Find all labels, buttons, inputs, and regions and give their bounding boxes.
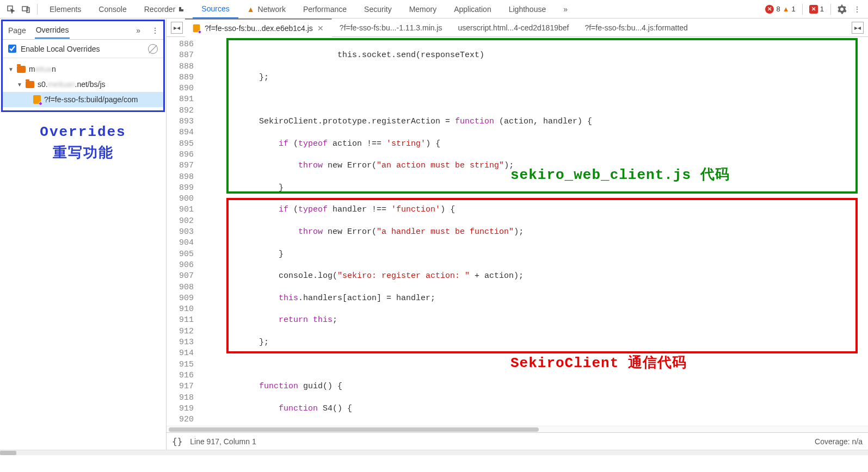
settings-icon[interactable] <box>834 2 849 17</box>
close-tab-icon[interactable]: ✕ <box>317 24 324 33</box>
pretty-print-icon[interactable]: {} <box>172 436 182 446</box>
file-tab-3[interactable]: ?f=fe-sso-fs:bu...4.js:formatted <box>577 18 695 37</box>
code-editor[interactable]: 8868878888898908918928938948958968978988… <box>167 37 868 426</box>
editor-file-tabs: ▸◂ ?f=fe-sso-fs:bu...dex.e6eb1c4.js ✕ ?f… <box>167 18 868 37</box>
code-content[interactable]: this.socket.send(responseText) }; Sekiro… <box>200 37 868 426</box>
js-file-icon <box>193 24 200 32</box>
toggle-debugger-pane-icon[interactable]: ▸◂ <box>852 22 864 34</box>
tab-application[interactable]: Application <box>445 0 500 18</box>
file-tab-0[interactable]: ?f=fe-sso-fs:bu...dex.e6eb1c4.js ✕ <box>185 18 332 37</box>
tab-elements[interactable]: Elements <box>41 0 90 18</box>
folder-icon <box>17 66 26 73</box>
tab-sources[interactable]: Sources <box>193 0 238 18</box>
window-horizontal-scrollbar[interactable] <box>0 450 868 455</box>
separator <box>802 4 803 15</box>
cursor-position: Line 917, Column 1 <box>190 437 256 446</box>
device-toggle-icon[interactable] <box>19 2 34 17</box>
main-split: Page Overrides » ⋮ Enable Local Override… <box>0 18 868 450</box>
override-dot-icon <box>198 30 201 33</box>
separator <box>37 4 38 15</box>
overrides-highlight-box: Page Overrides » ⋮ Enable Local Override… <box>1 20 165 112</box>
clear-overrides-icon[interactable] <box>148 44 158 54</box>
enable-overrides-label: Enable Local Overrides <box>21 45 100 53</box>
editor-status-bar: {} Line 917, Column 1 Coverage: n/a <box>167 432 868 450</box>
tab-console[interactable]: Console <box>90 0 135 18</box>
sidebar-tab-page[interactable]: Page <box>7 23 27 38</box>
separator <box>830 4 831 15</box>
override-dot-icon <box>39 102 42 105</box>
file-tab-1[interactable]: ?f=fe-sso-fs:bu...-1.11.3.min.js <box>332 18 451 37</box>
tab-recorder[interactable]: Recorder <box>136 0 193 18</box>
coverage-status: Coverage: n/a <box>815 437 863 446</box>
file-tab-2[interactable]: userscript.html...4-ced2d1819bef <box>451 18 577 37</box>
nav-files-toggle-icon[interactable]: ▸◂ <box>171 22 183 34</box>
sidebar-kebab-icon[interactable]: ⋮ <box>151 26 159 35</box>
sidebar-tab-overrides[interactable]: Overrides <box>35 22 70 39</box>
tab-security[interactable]: Security <box>355 0 401 18</box>
devtools-top-tabs: Elements Console Recorder Sources ▲Netwo… <box>0 0 868 18</box>
tab-lighthouse[interactable]: Lighthouse <box>500 0 555 18</box>
annotation-green-label: sekiro_web_client.js 代码 <box>510 170 730 181</box>
tab-memory[interactable]: Memory <box>401 0 446 18</box>
tree-folder-root[interactable]: ▼ meituan <box>3 61 163 77</box>
kebab-menu-icon[interactable]: ⋮ <box>849 2 865 17</box>
annotation-overrides-label: Overrides 重写功能 <box>0 122 166 164</box>
inspect-icon[interactable] <box>3 2 19 17</box>
tree-folder-domain[interactable]: ▼ s0.meituan.net/bs/js <box>3 77 163 92</box>
tree-file-override[interactable]: ?f=fe-sso-fs:build/page/com <box>3 92 163 107</box>
enable-overrides-checkbox[interactable] <box>8 45 16 53</box>
annotation-red-label: SekiroClient 通信代码 <box>510 358 687 369</box>
editor-panel: ▸◂ ?f=fe-sso-fs:bu...dex.e6eb1c4.js ✕ ?f… <box>167 18 868 450</box>
sidebar: Page Overrides » ⋮ Enable Local Override… <box>0 18 167 450</box>
tab-network[interactable]: ▲Network <box>238 0 294 18</box>
tab-performance[interactable]: Performance <box>294 0 355 18</box>
tabs-overflow[interactable]: » <box>555 0 576 18</box>
line-gutter: 8868878888898908918928938948958968978988… <box>167 37 200 426</box>
issues-badge[interactable]: ✕1 <box>806 5 827 14</box>
sidebar-tabs: Page Overrides » ⋮ <box>3 21 163 40</box>
js-file-icon <box>33 95 41 104</box>
folder-icon <box>26 81 34 88</box>
editor-horizontal-scrollbar[interactable] <box>167 426 868 432</box>
sidebar-tabs-overflow[interactable]: » <box>136 26 140 35</box>
error-badge[interactable]: ✕8 ▲1 <box>762 5 798 14</box>
overrides-tree: ▼ meituan ▼ s0.meituan.net/bs/js ?f=fe-s… <box>3 58 163 110</box>
enable-overrides-row: Enable Local Overrides <box>3 40 163 58</box>
